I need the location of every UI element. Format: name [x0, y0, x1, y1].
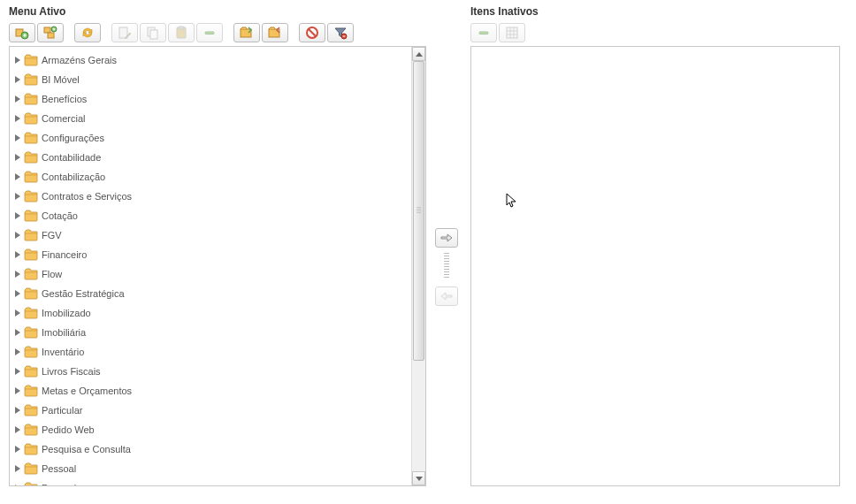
tree-item-label: Benefícios [42, 94, 87, 104]
tree-item-label: Inventário [42, 347, 84, 357]
tree-item-label: Contabilidade [42, 152, 101, 163]
scroll-thumb[interactable] [413, 61, 424, 361]
expand-icon[interactable] [15, 368, 20, 375]
collapse-all-button[interactable] [262, 23, 288, 42]
folder-icon [24, 112, 38, 125]
tree-item-label: Financeiro [42, 249, 87, 260]
add-child-button[interactable] [37, 23, 64, 42]
expand-icon[interactable] [15, 76, 20, 83]
tree-item[interactable]: Livros Fiscais [10, 362, 411, 381]
folder-icon [24, 385, 38, 397]
scrollbar[interactable] [411, 47, 425, 485]
expand-icon[interactable] [15, 329, 20, 336]
expand-icon[interactable] [15, 348, 20, 355]
tree-item[interactable]: BI Móvel [10, 70, 411, 89]
expand-icon[interactable] [15, 95, 20, 103]
copy-button [140, 23, 166, 42]
active-tree: Armazéns GeraisBI MóvelBenefíciosComerci… [9, 46, 426, 486]
tree-item[interactable]: Particular [10, 401, 411, 420]
tree-item[interactable]: Pessoal+ [10, 478, 411, 485]
tree-item[interactable]: Pessoal [10, 459, 411, 478]
tree-item[interactable]: FGV [10, 225, 411, 245]
tree-item-label: Imobilizado [42, 308, 91, 318]
scroll-up-button[interactable] [412, 47, 425, 61]
folder-icon [24, 54, 38, 66]
scroll-down-button[interactable] [412, 471, 425, 485]
tree-item[interactable]: Cotação [10, 206, 411, 225]
folder-icon [24, 93, 38, 105]
tree-item-label: FGV [42, 230, 62, 241]
expand-icon[interactable] [15, 426, 20, 433]
folder-icon [24, 132, 38, 144]
tree-item[interactable]: Flow [10, 264, 411, 284]
expand-icon[interactable] [15, 212, 20, 219]
grid-button [499, 23, 525, 42]
tree-item[interactable]: Imobilizado [10, 303, 411, 323]
block-button[interactable] [299, 23, 325, 42]
tree-item[interactable]: Gestão Estratégica [10, 284, 411, 303]
tree-item[interactable]: Pedido Web [10, 420, 411, 439]
folder-icon [24, 365, 38, 378]
tree-item[interactable]: Armazéns Gerais [10, 50, 411, 70]
tree-item[interactable]: Pesquisa e Consulta [10, 439, 411, 459]
expand-icon[interactable] [15, 251, 20, 258]
tree-item[interactable]: Contabilidade [10, 148, 411, 167]
expand-icon[interactable] [15, 485, 20, 485]
remove-inactive-button [470, 23, 497, 42]
tree-item[interactable]: Imobiliária [10, 323, 411, 342]
tree-item-label: Armazéns Gerais [42, 55, 117, 65]
tree-item[interactable]: Benefícios [10, 89, 411, 109]
folder-icon [24, 73, 38, 86]
tree-item-label: Imobiliária [42, 327, 86, 338]
expand-icon[interactable] [15, 465, 20, 472]
svg-rect-7 [150, 30, 157, 39]
expand-all-button[interactable] [233, 23, 260, 42]
tree-item-label: Pesquisa e Consulta [42, 444, 131, 454]
tree-item[interactable]: Comercial [10, 109, 411, 128]
active-menu-panel: Menu Ativo Armazéns GeraisBI MóvelBenefí… [9, 5, 426, 486]
tree-item[interactable]: Metas e Orçamentos [10, 381, 411, 401]
svg-rect-15 [479, 32, 488, 34]
right-toolbar [470, 23, 840, 42]
expand-icon[interactable] [15, 154, 20, 161]
expand-icon[interactable] [15, 134, 20, 141]
tree-item-label: Flow [42, 269, 62, 279]
expand-icon[interactable] [15, 173, 20, 180]
svg-rect-10 [205, 32, 214, 34]
splitter-grip[interactable] [444, 253, 449, 279]
tree-item-label: Configurações [42, 133, 104, 143]
tree-item[interactable]: Contratos e Serviços [10, 187, 411, 206]
expand-icon[interactable] [15, 115, 20, 122]
expand-icon[interactable] [15, 57, 20, 64]
folder-icon [24, 171, 38, 183]
expand-icon[interactable] [15, 232, 20, 239]
active-menu-title: Menu Ativo [9, 5, 426, 18]
svg-rect-16 [507, 27, 517, 38]
refresh-button[interactable] [74, 23, 101, 42]
filter-button[interactable] [327, 23, 354, 42]
folder-icon [24, 151, 38, 164]
tree-item[interactable]: Inventário [10, 342, 411, 362]
svg-rect-3 [48, 33, 54, 38]
expand-icon[interactable] [15, 309, 20, 317]
expand-icon[interactable] [15, 271, 20, 278]
expand-icon[interactable] [15, 290, 20, 297]
add-sibling-button[interactable] [9, 23, 35, 42]
tree-item[interactable]: Configurações [10, 128, 411, 148]
folder-icon [24, 307, 38, 319]
tree-item[interactable]: Contabilização [10, 167, 411, 187]
svg-rect-9 [179, 27, 184, 29]
expand-icon[interactable] [15, 193, 20, 200]
inactive-items-panel: Itens Inativos [470, 5, 840, 486]
folder-icon [24, 482, 38, 485]
move-right-button[interactable] [435, 228, 458, 248]
folder-icon [24, 424, 38, 436]
folder-icon [24, 462, 38, 475]
expand-icon[interactable] [15, 446, 20, 453]
folder-icon [24, 346, 38, 358]
expand-icon[interactable] [15, 387, 20, 394]
tree-item[interactable]: Financeiro [10, 245, 411, 264]
expand-icon[interactable] [15, 407, 20, 414]
folder-icon [24, 210, 38, 222]
tree-item-label: Contratos e Serviços [42, 191, 132, 202]
